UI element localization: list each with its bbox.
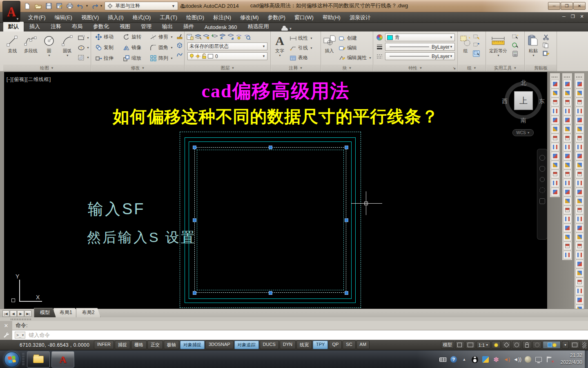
status-toggle-栅格[interactable]: 栅格: [131, 341, 147, 349]
plugin-tool-icon[interactable]: [563, 98, 572, 106]
plugin-tool-icon[interactable]: [575, 251, 584, 259]
menu-item-修改(M)[interactable]: 修改(M): [236, 12, 263, 23]
command-input[interactable]: 键入命令: [29, 332, 50, 339]
rectangle-button[interactable]: ▼: [76, 34, 91, 42]
plugin-tool-icon[interactable]: [575, 188, 584, 196]
linetype-combo[interactable]: ByLayer▼: [385, 52, 455, 60]
plugin-tool-icon[interactable]: [575, 233, 584, 241]
undo-button[interactable]: [76, 2, 85, 10]
select-all-button[interactable]: [512, 42, 519, 49]
ribbon-tab-默认[interactable]: 默认: [3, 22, 24, 31]
grip-corner-tl[interactable]: [193, 146, 196, 149]
plugin-tool-icon[interactable]: [563, 161, 572, 169]
plugin-tool-icon[interactable]: [551, 89, 559, 97]
plugin-tool-icon[interactable]: [575, 260, 584, 268]
rotate-button[interactable]: 旋转: [122, 33, 148, 41]
text-flyout[interactable]: ▼: [278, 54, 281, 57]
next-tab-button[interactable]: ▶: [17, 310, 24, 317]
layer-lock-button[interactable]: [227, 34, 234, 40]
layer-state-button[interactable]: [195, 34, 202, 40]
plugin-tool-icon[interactable]: [563, 107, 572, 115]
tab-layout2[interactable]: 布局2: [76, 308, 101, 317]
menu-item-帮助(H)[interactable]: 帮助(H): [318, 12, 345, 23]
viewcube-north[interactable]: 北: [521, 79, 526, 87]
menu-item-文件(F)[interactable]: 文件(F): [24, 12, 50, 23]
plugin-tool-icon[interactable]: [575, 89, 584, 97]
first-tab-button[interactable]: |◀: [2, 310, 9, 317]
plugin-tool-icon[interactable]: [575, 125, 584, 133]
grip-mid-left[interactable]: [193, 218, 196, 222]
status-toggle-TPY[interactable]: TPY: [313, 341, 328, 349]
plugin-tool-icon[interactable]: [551, 107, 559, 115]
panel-title-draw[interactable]: 绘图▼: [3, 65, 91, 71]
status-toggle-DYN[interactable]: DYN: [280, 341, 296, 349]
text-button[interactable]: A 文字 ▼: [271, 32, 288, 64]
prev-tab-button[interactable]: ◀: [10, 310, 17, 317]
show-hidden-icons-button[interactable]: ▲: [461, 356, 468, 363]
edit-polyline-button[interactable]: [176, 51, 183, 58]
taskbar-explorer-button[interactable]: [27, 351, 50, 368]
line-button[interactable]: 直线: [3, 32, 22, 64]
layer-match-button[interactable]: [244, 34, 251, 40]
grip-mid-bottom[interactable]: [269, 291, 272, 295]
leader-flyout[interactable]: ▼: [310, 47, 313, 49]
plugin-tool-icon[interactable]: [575, 179, 584, 187]
autoscale-button[interactable]: [502, 341, 511, 349]
save-as-button[interactable]: [55, 2, 64, 10]
drawing-canvas[interactable]: [-][俯视][二维线框] cad偏移高级用法 如何偏移这种不同的数据尺寸的平行…: [4, 72, 547, 309]
status-toggle-对象追踪[interactable]: 对象追踪: [234, 341, 259, 349]
match-properties-button[interactable]: [176, 33, 183, 40]
ribbon-tab-插入[interactable]: 插入: [24, 22, 45, 31]
status-toggle-INFER[interactable]: INFER: [94, 341, 114, 349]
plugin-tool-icon[interactable]: [563, 152, 572, 160]
viewcube-south[interactable]: 南: [521, 117, 526, 124]
plugin-tool-icon[interactable]: [563, 179, 572, 187]
linear-flyout[interactable]: ▼: [310, 37, 313, 40]
annotation-scale-button[interactable]: 1:1▼: [477, 341, 490, 349]
measure-flyout[interactable]: ▼: [497, 54, 500, 57]
close-button[interactable]: ✕: [573, 2, 586, 10]
grip-corner-br[interactable]: [345, 291, 348, 295]
trim-flyout[interactable]: ▼: [170, 36, 173, 38]
workspace-combo[interactable]: 草图与注释 ▼: [105, 2, 178, 10]
zoom-icon[interactable]: [540, 177, 545, 182]
new-button[interactable]: [23, 2, 32, 10]
grip-mid-top[interactable]: [269, 146, 272, 149]
plugin-tool-icon[interactable]: [563, 134, 572, 142]
media-player-icon[interactable]: [482, 356, 489, 363]
panel-title-clipboard[interactable]: 剪贴板: [525, 65, 557, 71]
plugin-tool-icon[interactable]: [563, 125, 572, 133]
status-toggle-捕捉[interactable]: 捕捉: [115, 341, 130, 349]
menu-item-编辑(E)[interactable]: 编辑(E): [50, 12, 77, 23]
status-toggle-极轴[interactable]: 极轴: [164, 341, 179, 349]
tab-model[interactable]: 模型: [34, 308, 56, 317]
plugin-tool-icon[interactable]: [575, 80, 584, 88]
create-block-button[interactable]: 创建: [337, 34, 373, 42]
plugin-tool-icon[interactable]: [563, 242, 572, 250]
properties-dialog-launcher[interactable]: ➔: [452, 66, 457, 71]
copy-clip-button[interactable]: [542, 42, 549, 49]
model-space-button[interactable]: 模型: [441, 341, 454, 349]
panel-title-groups[interactable]: 组▼: [458, 65, 486, 71]
command-prompt-icon[interactable]: >_ ▼: [15, 332, 25, 339]
plugin-tool-icon[interactable]: [551, 170, 559, 178]
tab-layout1[interactable]: 布局1: [53, 308, 78, 317]
group-select-toggle[interactable]: [473, 50, 480, 57]
grip-mid-right[interactable]: [345, 218, 348, 222]
ellipse-flyout[interactable]: ▼: [87, 46, 89, 49]
quick-view-layouts-button[interactable]: [455, 341, 464, 349]
orbit-icon[interactable]: [539, 187, 545, 193]
plugin-tool-icon[interactable]: [575, 206, 584, 214]
open-button[interactable]: [33, 2, 42, 10]
toolbar-lock-button[interactable]: [522, 341, 531, 349]
status-toggle-3DOSNAP[interactable]: 3DOSNAP: [205, 341, 234, 349]
hardware-accel-button[interactable]: [543, 341, 561, 349]
plugin-tool-icon[interactable]: [563, 206, 572, 214]
workspace-switch-button[interactable]: [512, 341, 521, 349]
layer-state-combo[interactable]: 未保存的图层状态▼: [187, 43, 267, 50]
layer-freeze-button[interactable]: [219, 34, 226, 40]
panel-title-annotate[interactable]: 注释▼: [271, 65, 321, 71]
layer-isolate-button[interactable]: [203, 34, 210, 40]
menu-item-绘图(D)[interactable]: 绘图(D): [182, 12, 209, 23]
panel-title-utilities[interactable]: 实用工具▼: [486, 65, 524, 71]
